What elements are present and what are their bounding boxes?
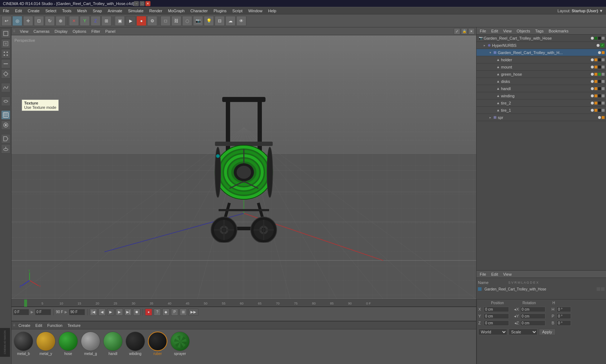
key-p-btn[interactable]: P	[171, 308, 178, 316]
menu-simulate[interactable]: Simulate	[125, 8, 146, 14]
prev-frame-btn[interactable]: ◀	[98, 308, 106, 316]
menu-tools[interactable]: Tools	[59, 8, 74, 14]
render-picture-button[interactable]: ●	[136, 16, 146, 26]
menu-plugins[interactable]: Plugins	[211, 8, 229, 14]
x-axis-button[interactable]: ✕	[69, 16, 79, 26]
vp-cameras-btn[interactable]: Cameras	[31, 29, 52, 34]
vp-lock-btn[interactable]: 🔒	[461, 28, 467, 35]
material-sprayer[interactable]: sprayer	[170, 332, 190, 356]
sidebar-model-btn[interactable]	[1, 29, 10, 38]
material-ruber[interactable]: ruber	[148, 332, 167, 356]
object-button[interactable]: □	[161, 16, 171, 26]
sidebar-texture-btn[interactable]	[1, 39, 10, 48]
goto-end-btn[interactable]: ▶|	[124, 308, 132, 316]
end-frame-input[interactable]	[69, 309, 85, 315]
tree-item-tire1[interactable]: ▲ tire_1	[477, 107, 606, 114]
menu-render[interactable]: Render	[146, 8, 165, 14]
menu-character[interactable]: Character	[188, 8, 211, 14]
coord-x-val[interactable]: 0 cm	[484, 307, 509, 312]
key-all-btn[interactable]: ●	[145, 308, 152, 316]
mat-function-btn[interactable]: Function	[45, 323, 65, 328]
vp-view-btn[interactable]: View	[18, 29, 31, 34]
layout-selector[interactable]: Layout: Startup (User) ▼	[558, 9, 606, 13]
sidebar-material-btn[interactable]	[1, 120, 10, 130]
mat-edit-btn[interactable]: Edit	[33, 323, 44, 328]
vp-close-btn[interactable]: ✕	[468, 28, 475, 35]
tree-item-garden-root[interactable]: 📷 Garden_Reel_Cart_Trolley_with_Hose	[477, 35, 606, 42]
rotate-button[interactable]: ↻	[45, 16, 55, 26]
record-btn[interactable]: ⏺	[133, 308, 140, 316]
y-axis-button[interactable]: Y	[80, 16, 90, 26]
tree-item-holder[interactable]: ▲ holder	[477, 56, 606, 63]
current-frame-input[interactable]	[13, 309, 29, 315]
vp-filter-btn[interactable]: Filter	[89, 29, 102, 34]
menu-script[interactable]: Script	[229, 8, 245, 14]
material-handl[interactable]: handl	[103, 332, 123, 356]
attr-edit-btn[interactable]: Edit	[489, 272, 500, 277]
render-region-button[interactable]: ▣	[115, 16, 125, 26]
frame-counter-input[interactable]	[35, 309, 51, 315]
maximize-button[interactable]: □	[140, 1, 145, 6]
menu-edit[interactable]: Edit	[12, 8, 25, 14]
key-grid-btn[interactable]: ⊞	[180, 308, 187, 316]
attr-file-btn[interactable]: File	[478, 272, 488, 277]
next-frame-btn[interactable]: ▶	[116, 308, 123, 316]
tree-item-handl[interactable]: ▲ handl	[477, 85, 606, 92]
coord-p-val[interactable]: 0 °	[557, 314, 571, 319]
close-button[interactable]: ✕	[145, 1, 150, 6]
coord-ey-val[interactable]: 0 cm	[520, 314, 545, 319]
rp-view-btn[interactable]: View	[501, 28, 514, 34]
tree-item-green-hose[interactable]: ▲ green_hose	[477, 71, 606, 78]
sidebar-floor-btn[interactable]	[1, 144, 10, 154]
sidebar-tag-btn[interactable]	[1, 134, 10, 143]
material-hose[interactable]: hose	[58, 332, 78, 356]
z-axis-button[interactable]: Z	[91, 16, 101, 26]
material-metal-y[interactable]: metal_y	[36, 332, 56, 356]
coord-y-val[interactable]: 0 cm	[484, 314, 509, 319]
rp-file-btn[interactable]: File	[478, 28, 488, 34]
undo-button[interactable]: ↩	[1, 16, 12, 26]
menu-snap[interactable]: Snap	[90, 8, 105, 14]
scale-button[interactable]: ⊡	[34, 16, 44, 26]
coord-apply-btn[interactable]: Apply	[539, 329, 556, 335]
null-button[interactable]: ◌	[182, 16, 192, 26]
tree-item-disks[interactable]: ▲ disks	[477, 78, 606, 85]
coord-h-val[interactable]: 0 °	[557, 307, 571, 312]
move-button[interactable]: ✛	[23, 16, 33, 26]
goto-start-btn[interactable]: |◀	[90, 308, 97, 316]
sidebar-edges-btn[interactable]	[1, 59, 10, 68]
rp-edit-btn[interactable]: Edit	[489, 28, 500, 34]
mat-create-btn[interactable]: Create	[16, 323, 32, 328]
render-settings-button[interactable]: ⚙	[147, 16, 157, 26]
light-button[interactable]: 💡	[204, 16, 214, 26]
sidebar-points-btn[interactable]	[1, 49, 10, 58]
tree-item-mount[interactable]: ▲ mount	[477, 63, 606, 71]
menu-create[interactable]: Create	[25, 8, 43, 14]
tree-item-tire2[interactable]: ▲ tire_2	[477, 99, 606, 107]
menu-file[interactable]: File	[0, 8, 12, 14]
play-btn[interactable]: ▶	[107, 308, 114, 316]
menu-animate[interactable]: Animate	[105, 8, 125, 14]
sidebar-texture-active-btn[interactable]	[1, 110, 10, 120]
sky-button[interactable]: ☁	[225, 16, 236, 26]
vp-options-btn[interactable]: Options	[70, 29, 88, 34]
key-sel-btn[interactable]: ?	[154, 308, 161, 316]
rp-bookmarks-btn[interactable]: Bookmarks	[547, 28, 570, 34]
coord-world-select[interactable]: World Object	[478, 329, 507, 335]
tree-item-spr[interactable]: ▸ ⊞ spr	[477, 114, 606, 121]
sidebar-nurbs-btn[interactable]	[1, 97, 10, 106]
rp-objects-btn[interactable]: Objects	[515, 28, 532, 34]
mat-texture-btn[interactable]: Texture	[65, 323, 83, 328]
menu-mograph[interactable]: MoGraph	[165, 8, 188, 14]
live-select-button[interactable]: ◎	[12, 16, 22, 26]
all-axis-button[interactable]: ⊞	[101, 16, 111, 26]
attr-view-btn[interactable]: View	[501, 272, 514, 277]
tree-item-winding[interactable]: ▲ winding	[477, 92, 606, 99]
coord-ex-val[interactable]: 0 cm	[520, 307, 545, 312]
material-metal-g[interactable]: metal_g	[81, 332, 100, 356]
menu-window[interactable]: Window	[245, 8, 265, 14]
coord-z-val[interactable]: 0 cm	[484, 320, 509, 326]
vp-display-btn[interactable]: Display	[52, 29, 70, 34]
rp-tags-btn[interactable]: Tags	[533, 28, 545, 34]
camera-button[interactable]: 📷	[193, 16, 203, 26]
